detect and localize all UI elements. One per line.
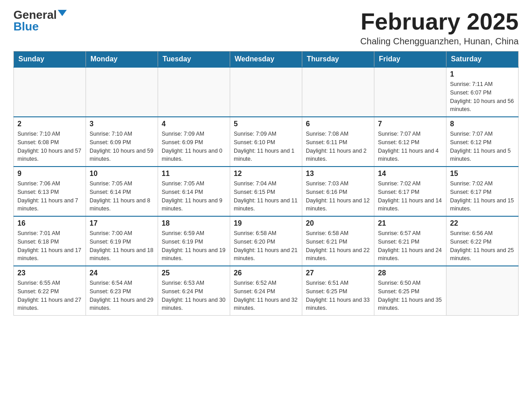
calendar-cell: 18Sunrise: 6:59 AMSunset: 6:19 PMDayligh… [158,216,230,266]
day-info: Sunrise: 7:01 AMSunset: 6:18 PMDaylight:… [17,229,82,263]
weekday-header-saturday: Saturday [446,51,519,68]
day-number: 8 [450,120,515,128]
calendar-cell: 16Sunrise: 7:01 AMSunset: 6:18 PMDayligh… [14,216,86,266]
day-number: 9 [17,170,82,178]
logo-triangle-icon [58,10,67,16]
day-info: Sunrise: 7:00 AMSunset: 6:19 PMDaylight:… [90,229,154,263]
calendar-table: SundayMondayTuesdayWednesdayThursdayFrid… [13,51,519,316]
title-block: February 2025 Chaling Chengguanzhen, Hun… [360,9,519,47]
month-title: February 2025 [360,9,519,34]
day-number: 5 [234,120,298,128]
day-number: 2 [17,120,82,128]
day-number: 1 [450,70,515,78]
calendar-week-3: 9Sunrise: 7:06 AMSunset: 6:13 PMDaylight… [14,167,519,216]
calendar-cell: 7Sunrise: 7:07 AMSunset: 6:12 PMDaylight… [374,117,446,167]
calendar-cell: 3Sunrise: 7:10 AMSunset: 6:09 PMDaylight… [86,117,158,167]
day-info: Sunrise: 7:10 AMSunset: 6:09 PMDaylight:… [90,130,154,163]
weekday-header-thursday: Thursday [302,51,374,68]
day-number: 17 [90,219,154,227]
calendar-cell: 15Sunrise: 7:02 AMSunset: 6:17 PMDayligh… [446,167,519,216]
day-info: Sunrise: 7:07 AMSunset: 6:12 PMDaylight:… [378,130,442,163]
calendar-cell: 27Sunrise: 6:51 AMSunset: 6:25 PMDayligh… [302,266,374,316]
day-number: 10 [90,170,154,178]
day-info: Sunrise: 6:58 AMSunset: 6:21 PMDaylight:… [306,229,370,263]
calendar-body: 1Sunrise: 7:11 AMSunset: 6:07 PMDaylight… [14,67,519,316]
day-number: 19 [234,219,298,227]
calendar-cell [86,67,158,117]
calendar-cell: 10Sunrise: 7:05 AMSunset: 6:14 PMDayligh… [86,167,158,216]
calendar-cell: 26Sunrise: 6:52 AMSunset: 6:24 PMDayligh… [230,266,302,316]
calendar-week-5: 23Sunrise: 6:55 AMSunset: 6:22 PMDayligh… [14,266,519,316]
weekday-header-row: SundayMondayTuesdayWednesdayThursdayFrid… [14,51,519,68]
day-number: 23 [17,269,82,277]
day-info: Sunrise: 6:57 AMSunset: 6:21 PMDaylight:… [378,229,442,263]
calendar-cell: 23Sunrise: 6:55 AMSunset: 6:22 PMDayligh… [14,266,86,316]
calendar-week-1: 1Sunrise: 7:11 AMSunset: 6:07 PMDaylight… [14,67,519,117]
day-number: 3 [90,120,154,128]
calendar-cell: 28Sunrise: 6:50 AMSunset: 6:25 PMDayligh… [374,266,446,316]
day-number: 13 [306,170,370,178]
day-info: Sunrise: 6:53 AMSunset: 6:24 PMDaylight:… [162,279,226,313]
day-number: 27 [306,269,370,277]
calendar-cell: 20Sunrise: 6:58 AMSunset: 6:21 PMDayligh… [302,216,374,266]
day-number: 26 [234,269,298,277]
day-info: Sunrise: 7:05 AMSunset: 6:14 PMDaylight:… [90,180,154,213]
day-info: Sunrise: 6:56 AMSunset: 6:22 PMDaylight:… [450,229,515,263]
day-info: Sunrise: 7:09 AMSunset: 6:10 PMDaylight:… [234,130,298,163]
day-info: Sunrise: 7:08 AMSunset: 6:11 PMDaylight:… [306,130,370,163]
calendar-cell: 6Sunrise: 7:08 AMSunset: 6:11 PMDaylight… [302,117,374,167]
day-number: 11 [162,170,226,178]
day-info: Sunrise: 6:50 AMSunset: 6:25 PMDaylight:… [378,279,442,313]
location-title: Chaling Chengguanzhen, Hunan, China [360,36,519,47]
page-header: General Blue February 2025 Chaling Cheng… [13,9,519,47]
calendar-cell: 8Sunrise: 7:07 AMSunset: 6:12 PMDaylight… [446,117,519,167]
calendar-cell [230,67,302,117]
calendar-week-2: 2Sunrise: 7:10 AMSunset: 6:08 PMDaylight… [14,117,519,167]
day-info: Sunrise: 7:02 AMSunset: 6:17 PMDaylight:… [450,180,515,213]
calendar-cell: 22Sunrise: 6:56 AMSunset: 6:22 PMDayligh… [446,216,519,266]
day-number: 24 [90,269,154,277]
day-number: 12 [234,170,298,178]
calendar-cell: 13Sunrise: 7:03 AMSunset: 6:16 PMDayligh… [302,167,374,216]
day-info: Sunrise: 6:59 AMSunset: 6:19 PMDaylight:… [162,229,226,263]
calendar-cell: 21Sunrise: 6:57 AMSunset: 6:21 PMDayligh… [374,216,446,266]
calendar-cell: 19Sunrise: 6:58 AMSunset: 6:20 PMDayligh… [230,216,302,266]
day-info: Sunrise: 7:11 AMSunset: 6:07 PMDaylight:… [450,80,515,114]
calendar-cell: 24Sunrise: 6:54 AMSunset: 6:23 PMDayligh… [86,266,158,316]
day-info: Sunrise: 6:51 AMSunset: 6:25 PMDaylight:… [306,279,370,313]
day-info: Sunrise: 7:03 AMSunset: 6:16 PMDaylight:… [306,180,370,213]
calendar-cell [14,67,86,117]
day-number: 20 [306,219,370,227]
day-info: Sunrise: 7:06 AMSunset: 6:13 PMDaylight:… [17,180,82,213]
logo: General Blue [13,9,67,32]
calendar-cell: 9Sunrise: 7:06 AMSunset: 6:13 PMDaylight… [14,167,86,216]
day-number: 6 [306,120,370,128]
day-number: 4 [162,120,226,128]
calendar-week-4: 16Sunrise: 7:01 AMSunset: 6:18 PMDayligh… [14,216,519,266]
day-number: 14 [378,170,442,178]
logo-blue-text: Blue [13,21,39,32]
day-info: Sunrise: 7:07 AMSunset: 6:12 PMDaylight:… [450,130,515,163]
day-info: Sunrise: 7:09 AMSunset: 6:09 PMDaylight:… [162,130,226,163]
day-info: Sunrise: 7:02 AMSunset: 6:17 PMDaylight:… [378,180,442,213]
day-info: Sunrise: 7:10 AMSunset: 6:08 PMDaylight:… [17,130,82,163]
logo-general-text: General [13,9,57,21]
calendar-cell [158,67,230,117]
calendar-cell: 17Sunrise: 7:00 AMSunset: 6:19 PMDayligh… [86,216,158,266]
calendar-cell: 5Sunrise: 7:09 AMSunset: 6:10 PMDaylight… [230,117,302,167]
day-number: 7 [378,120,442,128]
day-info: Sunrise: 6:54 AMSunset: 6:23 PMDaylight:… [90,279,154,313]
day-number: 15 [450,170,515,178]
calendar-cell: 12Sunrise: 7:04 AMSunset: 6:15 PMDayligh… [230,167,302,216]
day-number: 18 [162,219,226,227]
calendar-cell: 11Sunrise: 7:05 AMSunset: 6:14 PMDayligh… [158,167,230,216]
calendar-cell: 2Sunrise: 7:10 AMSunset: 6:08 PMDaylight… [14,117,86,167]
day-number: 22 [450,219,515,227]
calendar-cell [302,67,374,117]
day-info: Sunrise: 7:04 AMSunset: 6:15 PMDaylight:… [234,180,298,213]
weekday-header-sunday: Sunday [14,51,86,68]
calendar-cell: 14Sunrise: 7:02 AMSunset: 6:17 PMDayligh… [374,167,446,216]
day-info: Sunrise: 7:05 AMSunset: 6:14 PMDaylight:… [162,180,226,213]
day-number: 28 [378,269,442,277]
weekday-header-friday: Friday [374,51,446,68]
